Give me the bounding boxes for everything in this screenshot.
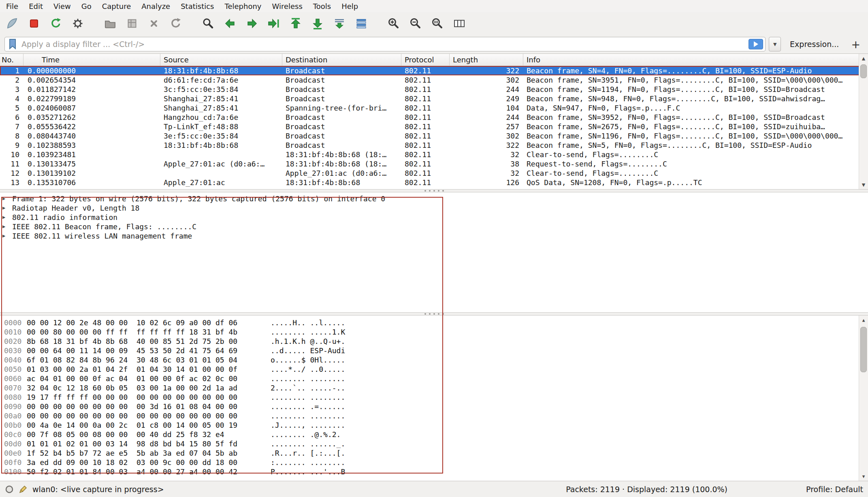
packet-row[interactable]: 8 0.080443740 3e:f5:cc:0e:35:84 Broadcas… [0, 131, 868, 141]
packet-detail-line[interactable]: Radiotap Header v0, Length 18 [0, 203, 868, 213]
hex-row[interactable]: 00e0 1f 52 b4 b5 b7 72 ae e5 5b ab 3a ed… [0, 448, 868, 458]
packet-row[interactable]: 6 0.035271262 Hangzhou_cd:7a:6e Broadcas… [0, 113, 868, 122]
hex-row[interactable]: 0050 01 03 00 00 2a 01 04 2f 01 04 30 14… [0, 365, 868, 374]
capture-options-button[interactable] [69, 14, 87, 33]
resize-columns-button[interactable] [450, 14, 468, 33]
add-filter-button[interactable]: + [851, 39, 860, 50]
apply-filter-button[interactable] [749, 39, 763, 49]
hex-row[interactable]: 00d0 01 01 01 02 01 00 03 14 98 d8 bd b4… [0, 439, 868, 448]
hex-row[interactable]: 0060 ac 04 01 00 00 0f ac 04 01 00 00 0f… [0, 374, 868, 383]
packet-list-scrollbar[interactable] [859, 54, 868, 189]
packet-row[interactable]: 3 0.011827142 3c:f5:cc:0e:35:84 Broadcas… [0, 85, 868, 94]
packet-detail-line[interactable]: IEEE 802.11 wireless LAN management fram… [0, 231, 868, 241]
cell-no: 8 [0, 131, 23, 141]
restart-capture-button[interactable] [47, 14, 65, 33]
pane-splitter[interactable] [0, 189, 868, 192]
scroll-up-button[interactable] [859, 316, 868, 324]
display-filter-input[interactable] [21, 40, 745, 49]
column-header-no[interactable]: No. [0, 54, 23, 66]
scrollbar-thumb[interactable] [860, 327, 867, 372]
scroll-down-button[interactable] [859, 472, 868, 481]
expression-button[interactable]: Expression... [790, 40, 839, 49]
cell-no: 4 [0, 94, 23, 103]
column-header-length[interactable]: Length [450, 54, 523, 66]
cell-info: Beacon frame, SN=1194, FN=0, Flags=.....… [523, 85, 868, 94]
hex-row[interactable]: 0030 00 00 64 00 11 14 00 09 45 53 50 2d… [0, 346, 868, 355]
column-header-info[interactable]: Info [523, 54, 868, 66]
menu-item[interactable]: Help [336, 0, 363, 12]
capture-comment-icon[interactable] [19, 485, 28, 494]
menu-item[interactable]: Telephony [219, 0, 267, 12]
profile-status[interactable]: Profile: Default [806, 485, 863, 494]
column-header-destination[interactable]: Destination [282, 54, 401, 66]
zoom-reset-button[interactable] [429, 14, 446, 33]
zoom-out-button[interactable] [407, 14, 424, 33]
start-capture-button[interactable] [3, 14, 21, 33]
menu-item[interactable]: Analyze [136, 0, 175, 12]
packet-row[interactable]: 12 0.130139102 Apple_27:01:ac (d0:a6:… 8… [0, 169, 868, 178]
last-packet-button[interactable] [309, 14, 326, 33]
hex-row[interactable]: 0070 32 04 0c 12 18 60 0b 05 03 00 1a 00… [0, 383, 868, 392]
filter-bookmark-icon[interactable] [8, 38, 18, 50]
first-packet-button[interactable] [287, 14, 305, 33]
menu-item[interactable]: Go [76, 0, 97, 12]
cell-destination: Broadcast [282, 66, 401, 75]
go-back-button[interactable] [221, 14, 239, 33]
menu-item[interactable]: File [1, 0, 23, 12]
hex-row[interactable]: 0100 50 f2 02 01 01 84 00 03 a4 00 00 27… [0, 467, 868, 476]
menu-item[interactable]: Edit [23, 0, 48, 12]
go-forward-button[interactable] [243, 14, 261, 33]
colorize-button[interactable] [352, 14, 370, 33]
packet-row[interactable]: 11 0.130133475 Apple_27:01:ac (d0:a6:… 1… [0, 159, 868, 169]
cell-protocol: 802.11 [401, 159, 450, 169]
arrow-left-icon [223, 17, 237, 30]
column-header-protocol[interactable]: Protocol [401, 54, 450, 66]
hex-row[interactable]: 0090 00 00 00 00 00 00 00 00 00 3d 16 01… [0, 402, 868, 411]
column-header-source[interactable]: Source [160, 54, 282, 66]
auto-scroll-button[interactable] [331, 14, 348, 33]
hex-row[interactable]: 00f0 3a ed dd 09 00 10 18 02 03 00 9c 00… [0, 458, 868, 467]
packet-row[interactable]: 2 0.002654354 d6:61:fe:cd:7a:6e Broadcas… [0, 75, 868, 85]
scroll-up-button[interactable] [859, 54, 868, 63]
packet-detail-line[interactable]: Frame 1: 322 bytes on wire (2576 bits), … [0, 194, 868, 203]
packet-row[interactable]: 10 0.103923481 18:31:bf:4b:8b:68 (18:… 8… [0, 150, 868, 159]
packet-detail-line[interactable]: IEEE 802.11 Beacon frame, Flags: .......… [0, 222, 868, 231]
pane-splitter[interactable] [0, 312, 868, 316]
packet-row[interactable]: 13 0.135310706 Apple_27:01:ac 18:31:bf:4… [0, 178, 868, 187]
packet-row[interactable]: 5 0.024060087 Shanghai_27:85:41 Spanning… [0, 103, 868, 113]
column-header-time[interactable]: Time [23, 54, 160, 66]
reload-file-button[interactable] [167, 14, 185, 33]
menu-item[interactable]: Wireless [267, 0, 307, 12]
scroll-down-button[interactable] [859, 180, 868, 189]
save-file-button[interactable] [123, 14, 141, 33]
hex-row[interactable]: 0010 00 00 80 00 00 00 ff ff ff ff ff ff… [0, 327, 868, 337]
menu-item[interactable]: Capture [97, 0, 136, 12]
packet-row[interactable]: 9 0.102388593 18:31:bf:4b:8b:68 Broadcas… [0, 141, 868, 150]
hex-row[interactable]: 0000 00 00 12 00 2e 48 00 00 10 02 6c 09… [0, 318, 868, 327]
filter-history-dropdown[interactable]: ▼ [769, 37, 781, 51]
stop-capture-button[interactable] [25, 14, 43, 33]
hex-pane-scrollbar[interactable] [859, 316, 868, 481]
hex-row[interactable]: 00b0 00 4a 0e 14 00 0a 00 2c 01 c8 00 14… [0, 420, 868, 430]
menu-item[interactable]: Statistics [175, 0, 219, 12]
hex-row[interactable]: 0040 6f 01 08 82 84 8b 96 24 30 48 6c 03… [0, 355, 868, 365]
hex-row[interactable]: 00c0 00 7f 08 05 00 08 00 00 00 40 dd 25… [0, 430, 868, 439]
zoom-in-button[interactable] [385, 14, 403, 33]
cell-source: Apple_27:01:ac (d0:a6:… [160, 159, 282, 169]
cell-time: 0.130133475 [23, 159, 160, 169]
hex-row[interactable]: 00a0 00 00 00 00 00 00 00 00 00 00 00 00… [0, 411, 868, 420]
hex-row[interactable]: 0020 8b 68 18 31 bf 4b 8b 68 40 00 85 51… [0, 337, 868, 346]
scrollbar-thumb[interactable] [860, 64, 867, 78]
open-file-button[interactable] [101, 14, 119, 33]
close-file-button[interactable] [145, 14, 163, 33]
menu-item[interactable]: Tools [308, 0, 336, 12]
packet-detail-line[interactable]: 802.11 radio information [0, 213, 868, 222]
packet-row[interactable]: 4 0.022799189 Shanghai_27:85:41 Broadcas… [0, 94, 868, 103]
packet-row[interactable]: 1 0.000000000 18:31:bf:4b:8b:68 Broadcas… [0, 66, 868, 75]
menu-item[interactable]: View [48, 0, 76, 12]
find-packet-button[interactable] [199, 14, 217, 33]
expert-info-icon[interactable] [5, 485, 14, 494]
hex-row[interactable]: 0080 19 17 ff ff ff 00 00 00 00 00 00 00… [0, 392, 868, 402]
packet-row[interactable]: 7 0.055536422 Tp-LinkT_ef:48:88 Broadcas… [0, 122, 868, 131]
go-to-packet-button[interactable] [265, 14, 283, 33]
